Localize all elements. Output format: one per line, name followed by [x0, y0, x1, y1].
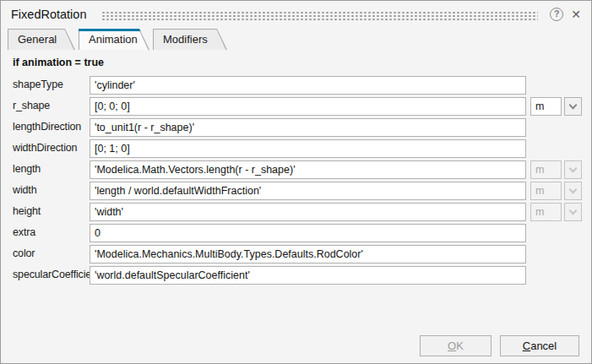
- cancel-button-label-rest: ancel: [530, 340, 557, 352]
- parameter-label: specularCoefficient: [13, 266, 90, 280]
- parameter-row: widthDirection: [1, 139, 591, 160]
- parameter-row: width m: [1, 182, 591, 203]
- chevron-down-icon: [569, 206, 578, 215]
- tab-label: Animation: [79, 29, 149, 46]
- parameter-row: lengthDirection: [1, 118, 591, 139]
- unit-combo: m: [530, 182, 582, 200]
- unit-dropdown-button[interactable]: [564, 182, 582, 200]
- parameter-value-input[interactable]: [90, 97, 526, 116]
- parameter-label: width: [13, 182, 90, 196]
- parameter-dialog: FixedRotation ? ✕ General Animation Modi…: [0, 0, 592, 364]
- unit-combo: m: [530, 97, 582, 116]
- parameter-rows: shapeType r_shape m lengthDirection: [1, 76, 591, 287]
- parameter-value-input[interactable]: [90, 245, 526, 263]
- cancel-button[interactable]: Cancel: [500, 335, 579, 356]
- parameter-value-input[interactable]: [90, 203, 526, 221]
- parameter-label: color: [13, 245, 90, 259]
- parameter-label: height: [13, 203, 90, 217]
- cancel-button-label: C: [523, 340, 530, 352]
- parameter-row: length m: [1, 160, 591, 182]
- parameter-row: height m: [1, 203, 591, 224]
- tab-bar: General Animation Modifiers: [8, 29, 227, 50]
- parameter-value-input[interactable]: [90, 266, 526, 285]
- dialog-titlebar: FixedRotation ? ✕: [1, 1, 591, 28]
- parameter-value-input[interactable]: [90, 182, 526, 200]
- unit-value[interactable]: m: [530, 160, 562, 179]
- unit-combo: m: [530, 160, 582, 179]
- dialog-title: FixedRotation: [11, 8, 86, 21]
- help-icon[interactable]: ?: [550, 8, 563, 21]
- unit-value[interactable]: m: [530, 203, 562, 221]
- tab-modifiers[interactable]: Modifiers: [153, 29, 227, 50]
- unit-value[interactable]: m: [530, 182, 562, 200]
- parameter-row: r_shape m: [1, 97, 591, 118]
- chevron-down-icon: [569, 101, 578, 109]
- chevron-down-icon: [569, 185, 578, 193]
- unit-value[interactable]: m: [530, 97, 562, 116]
- unit-dropdown-button[interactable]: [564, 203, 582, 221]
- chevron-down-icon: [569, 164, 578, 172]
- tab-general[interactable]: General: [8, 29, 75, 50]
- parameter-label: length: [13, 160, 90, 175]
- parameter-label: lengthDirection: [13, 118, 90, 133]
- close-icon[interactable]: ✕: [571, 8, 581, 21]
- unit-combo: m: [530, 203, 582, 221]
- unit-dropdown-button[interactable]: [564, 160, 582, 179]
- parameter-value-input[interactable]: [90, 160, 526, 179]
- parameter-label: widthDirection: [13, 139, 90, 154]
- parameter-label: extra: [13, 224, 90, 238]
- parameter-row: shapeType: [1, 76, 591, 97]
- tab-label: General: [8, 29, 75, 46]
- parameter-value-input[interactable]: [90, 76, 526, 95]
- parameter-row: extra: [1, 224, 591, 245]
- condition-header: if animation = true: [13, 57, 104, 68]
- unit-dropdown-button[interactable]: [564, 97, 582, 116]
- ok-button-label: O: [448, 340, 456, 352]
- parameter-row: specularCoefficient: [1, 266, 591, 287]
- parameter-value-input[interactable]: [90, 224, 526, 242]
- parameter-row: color: [1, 245, 591, 266]
- parameter-label: shapeType: [13, 76, 90, 90]
- ok-button[interactable]: OK: [420, 335, 492, 356]
- tab-label: Modifiers: [153, 29, 227, 46]
- parameter-value-input[interactable]: [90, 139, 526, 158]
- ok-button-label-rest: K: [456, 340, 464, 352]
- parameter-value-input[interactable]: [90, 118, 526, 137]
- parameter-label: r_shape: [13, 97, 90, 111]
- tab-animation[interactable]: Animation: [79, 29, 149, 50]
- drag-grip-icon[interactable]: [101, 10, 538, 21]
